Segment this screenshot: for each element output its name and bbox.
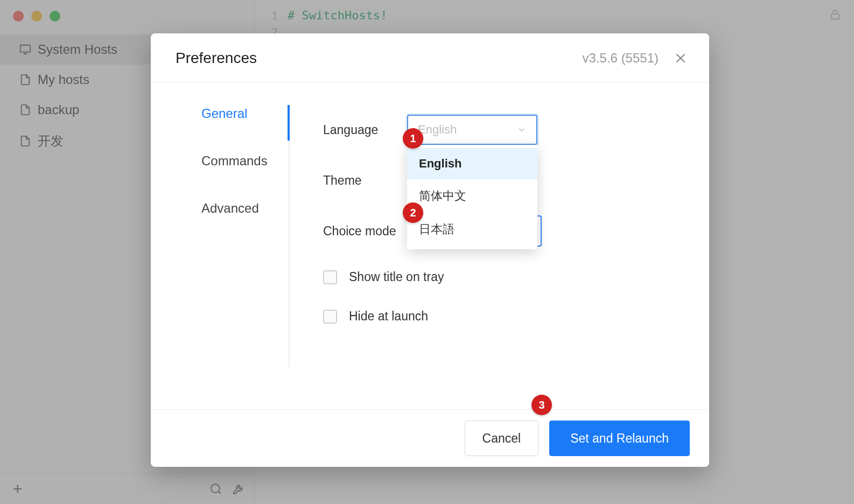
hide-launch-checkbox[interactable] <box>323 310 337 324</box>
language-option-english[interactable]: English <box>407 148 537 179</box>
set-relaunch-button[interactable]: Set and Relaunch <box>549 421 690 456</box>
modal-title: Preferences <box>176 50 257 67</box>
language-option-japanese[interactable]: 日本語 <box>407 213 537 246</box>
chevron-down-icon <box>517 125 527 135</box>
show-title-label: Show title on tray <box>349 270 444 284</box>
tab-general[interactable]: General <box>201 106 289 121</box>
tab-advanced[interactable]: Advanced <box>201 201 289 216</box>
theme-label: Theme <box>323 173 407 188</box>
language-option-simplified-chinese[interactable]: 简体中文 <box>407 179 537 213</box>
cancel-button[interactable]: Cancel <box>465 421 539 456</box>
preferences-modal: Preferences v3.5.6 (5551) General Comman… <box>151 33 709 467</box>
language-dropdown: English 简体中文 日本語 <box>407 145 537 249</box>
hide-launch-label: Hide at launch <box>349 309 428 324</box>
choice-mode-label: Choice mode <box>323 224 407 239</box>
preferences-tabs: General Commands Advanced <box>151 106 290 367</box>
language-label: Language <box>323 123 407 137</box>
annotation-badge-3: 3 <box>531 395 552 415</box>
annotation-badge-1: 1 <box>403 128 423 149</box>
modal-body: General Commands Advanced Language Engli… <box>151 82 709 409</box>
app-version: v3.5.6 (5551) <box>583 51 659 66</box>
tab-commands[interactable]: Commands <box>201 153 289 169</box>
close-icon[interactable] <box>674 51 688 65</box>
language-select-value: English <box>418 123 517 137</box>
annotation-badge-2: 2 <box>403 202 423 223</box>
modal-footer: Cancel Set and Relaunch <box>151 409 709 467</box>
field-hide-launch: Hide at launch <box>323 309 709 324</box>
modal-header: Preferences v3.5.6 (5551) <box>151 33 709 82</box>
field-show-title: Show title on tray <box>323 270 709 284</box>
show-title-checkbox[interactable] <box>323 270 337 284</box>
language-select[interactable]: English <box>407 115 537 145</box>
preferences-fields: Language English Theme Choice mode e <box>290 106 709 409</box>
